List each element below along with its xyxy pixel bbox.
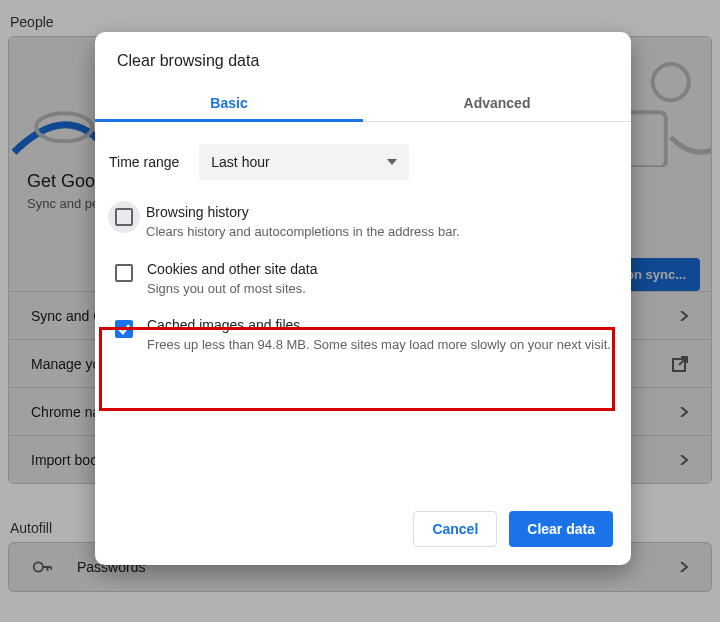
dialog-title: Clear browsing data: [95, 32, 631, 84]
checkbox-cached[interactable]: [115, 320, 133, 338]
caret-down-icon: [387, 159, 397, 165]
option-browsing-history-title: Browsing history: [146, 204, 460, 220]
checkbox-browsing-history[interactable]: [108, 201, 140, 233]
option-cached-title: Cached images and files: [147, 317, 611, 333]
option-cookies-title: Cookies and other site data: [147, 261, 317, 277]
time-range-select[interactable]: Last hour: [199, 144, 409, 180]
option-cached-desc: Frees up less than 94.8 MB. Some sites m…: [147, 336, 611, 354]
clear-browsing-data-dialog: Clear browsing data Basic Advanced Time …: [95, 32, 631, 565]
option-cached[interactable]: Cached images and files Frees up less th…: [105, 307, 617, 364]
tab-basic[interactable]: Basic: [95, 84, 363, 121]
checkbox-cookies[interactable]: [115, 264, 133, 282]
clear-data-button[interactable]: Clear data: [509, 511, 613, 547]
check-icon: [117, 322, 131, 336]
option-browsing-history-desc: Clears history and autocompletions in th…: [146, 223, 460, 241]
cancel-button[interactable]: Cancel: [413, 511, 497, 547]
tab-advanced[interactable]: Advanced: [363, 84, 631, 121]
dialog-tabs: Basic Advanced: [95, 84, 631, 122]
option-browsing-history[interactable]: Browsing history Clears history and auto…: [105, 194, 617, 251]
option-cookies-desc: Signs you out of most sites.: [147, 280, 317, 298]
option-cookies[interactable]: Cookies and other site data Signs you ou…: [105, 251, 617, 308]
time-range-label: Time range: [109, 154, 179, 170]
time-range-value: Last hour: [211, 154, 269, 170]
